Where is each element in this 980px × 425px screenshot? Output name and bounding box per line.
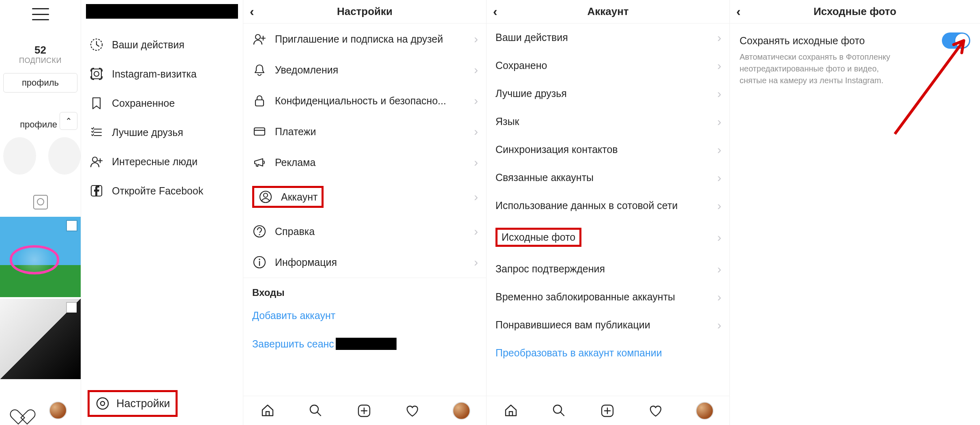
username-redacted bbox=[86, 4, 238, 19]
settings-button[interactable]: Настройки bbox=[88, 390, 178, 417]
tab-bar bbox=[243, 396, 486, 425]
end-session-link[interactable]: Завершить сеанс bbox=[243, 330, 486, 358]
search-tab-icon[interactable] bbox=[551, 403, 567, 419]
menu-label: Интересные люди bbox=[112, 156, 197, 168]
item-label: Временно заблокированные аккаунты bbox=[495, 291, 675, 303]
chevron-right-icon: › bbox=[474, 155, 478, 169]
back-icon[interactable]: ‹ bbox=[493, 4, 498, 19]
chevron-right-icon: › bbox=[717, 262, 721, 276]
profile-tab-icon[interactable] bbox=[696, 402, 714, 420]
menu-item-saved[interactable]: Сохраненное bbox=[81, 88, 243, 118]
multi-post-icon bbox=[67, 303, 77, 313]
chevron-right-icon: › bbox=[717, 143, 721, 157]
photos-header: ‹ Исходные фото bbox=[730, 0, 980, 24]
item-label: Уведомления bbox=[275, 64, 338, 76]
item-label: Реклама bbox=[275, 157, 315, 168]
menu-label: Откройте Facebook bbox=[112, 185, 203, 197]
save-original-photos-toggle[interactable] bbox=[942, 32, 970, 49]
account-item-activity[interactable]: Ваши действия› bbox=[487, 24, 729, 52]
add-post-tab-icon[interactable] bbox=[356, 403, 372, 419]
home-tab-icon[interactable] bbox=[503, 403, 519, 419]
settings-item-help[interactable]: Справка › bbox=[243, 216, 486, 247]
add-user-icon bbox=[89, 154, 104, 169]
card-icon bbox=[252, 124, 267, 139]
item-label: Связанные аккаунты bbox=[495, 172, 594, 183]
chevron-right-icon: › bbox=[474, 125, 478, 138]
activity-heart-icon[interactable] bbox=[14, 403, 30, 418]
tab-bar bbox=[487, 396, 729, 425]
account-item-switch-business[interactable]: Преобразовать в аккаунт компании bbox=[487, 339, 729, 361]
megaphone-icon bbox=[252, 155, 267, 170]
menu-item-nametag[interactable]: Instagram-визитка bbox=[81, 59, 243, 88]
item-label: Конфиденциальность и безопасно... bbox=[275, 95, 446, 107]
panel-title: Исходные фото bbox=[813, 5, 896, 18]
tagged-tab-icon[interactable] bbox=[33, 195, 48, 209]
add-account-link[interactable]: Добавить аккаунт bbox=[243, 302, 486, 330]
menu-item-close-friends[interactable]: Лучшие друзья bbox=[81, 118, 243, 147]
home-tab-icon[interactable] bbox=[259, 403, 276, 419]
menu-item-discover-people[interactable]: Интересные люди bbox=[81, 147, 243, 176]
chevron-right-icon: › bbox=[717, 318, 721, 332]
story-circle[interactable] bbox=[3, 137, 36, 175]
photo-grid bbox=[0, 217, 81, 379]
info-icon bbox=[252, 255, 267, 270]
settings-item-payments[interactable]: Платежи › bbox=[243, 116, 486, 147]
chevron-right-icon: › bbox=[474, 224, 478, 238]
back-icon[interactable]: ‹ bbox=[250, 4, 254, 19]
bell-icon bbox=[252, 63, 267, 77]
edit-profile-button[interactable]: профиль bbox=[3, 73, 77, 93]
settings-item-privacy[interactable]: Конфиденциальность и безопасно... › bbox=[243, 85, 486, 116]
back-icon[interactable]: ‹ bbox=[736, 4, 741, 19]
menu-item-activity[interactable]: Ваши действия bbox=[81, 30, 243, 59]
account-item-linked-accounts[interactable]: Связанные аккаунты› bbox=[487, 164, 729, 192]
account-item-contacts-sync[interactable]: Синхронизация контактов› bbox=[487, 136, 729, 164]
add-user-icon bbox=[252, 32, 267, 46]
item-label: Справка bbox=[275, 226, 315, 237]
account-item-verification[interactable]: Запрос подтверждения› bbox=[487, 255, 729, 283]
add-post-tab-icon[interactable] bbox=[599, 403, 615, 419]
account-item-blocked[interactable]: Временно заблокированные аккаунты› bbox=[487, 283, 729, 311]
item-label: Язык bbox=[495, 116, 519, 127]
stat-label: ПОДПИСКИ bbox=[0, 56, 81, 65]
story-circle[interactable] bbox=[48, 137, 81, 175]
account-item-original-photos[interactable]: Исходные фото › bbox=[487, 220, 729, 255]
activity-tab-icon[interactable] bbox=[648, 403, 664, 419]
chevron-right-icon: › bbox=[717, 59, 721, 73]
settings-header: ‹ Настройки bbox=[243, 0, 486, 24]
bookmark-icon bbox=[89, 96, 104, 110]
profile-tab-icon[interactable] bbox=[452, 402, 470, 420]
item-label: Сохранено bbox=[495, 60, 547, 71]
panel-title: Аккаунт bbox=[587, 5, 628, 18]
activity-tab-icon[interactable] bbox=[404, 403, 420, 419]
item-label: Приглашение и подписка на друзей bbox=[275, 33, 443, 45]
settings-item-account[interactable]: Аккаунт › bbox=[243, 178, 486, 216]
chevron-right-icon: › bbox=[717, 87, 721, 101]
chevron-right-icon: › bbox=[717, 231, 721, 244]
item-label: Преобразовать в аккаунт компании bbox=[495, 347, 662, 359]
settings-item-ads[interactable]: Реклама › bbox=[243, 147, 486, 178]
search-tab-icon[interactable] bbox=[308, 403, 324, 419]
settings-item-notifications[interactable]: Уведомления › bbox=[243, 54, 486, 85]
subscriptions-stat[interactable]: 52 ПОДПИСКИ bbox=[0, 44, 81, 65]
item-label: Платежи bbox=[275, 126, 316, 138]
account-item-cellular-data[interactable]: Использование данных в сотовой сети› bbox=[487, 192, 729, 220]
account-item-saved[interactable]: Сохранено› bbox=[487, 52, 729, 80]
account-item-language[interactable]: Язык› bbox=[487, 108, 729, 136]
link-text: Завершить сеанс bbox=[252, 338, 334, 350]
grid-photo[interactable] bbox=[0, 217, 81, 297]
menu-label: Лучшие друзья bbox=[112, 127, 183, 138]
story-highlights bbox=[0, 137, 81, 175]
grid-photo[interactable] bbox=[0, 299, 81, 379]
stat-value: 52 bbox=[0, 44, 81, 56]
settings-item-invite[interactable]: Приглашение и подписка на друзей › bbox=[243, 24, 486, 54]
settings-item-info[interactable]: Информация › bbox=[243, 247, 486, 278]
username-redacted bbox=[336, 338, 397, 350]
account-item-liked-posts[interactable]: Понравившиеся вам публикации› bbox=[487, 311, 729, 339]
chevron-right-icon: › bbox=[717, 115, 721, 129]
toggle-description: Автоматически сохранять в Фотопленку нео… bbox=[730, 51, 916, 86]
account-item-close-friends[interactable]: Лучшие друзья› bbox=[487, 80, 729, 108]
menu-item-facebook[interactable]: Откройте Facebook bbox=[81, 176, 243, 205]
collapse-button[interactable]: ⌃ bbox=[60, 112, 77, 130]
profile-avatar-icon[interactable] bbox=[49, 401, 67, 419]
hamburger-menu-icon[interactable] bbox=[32, 8, 49, 20]
